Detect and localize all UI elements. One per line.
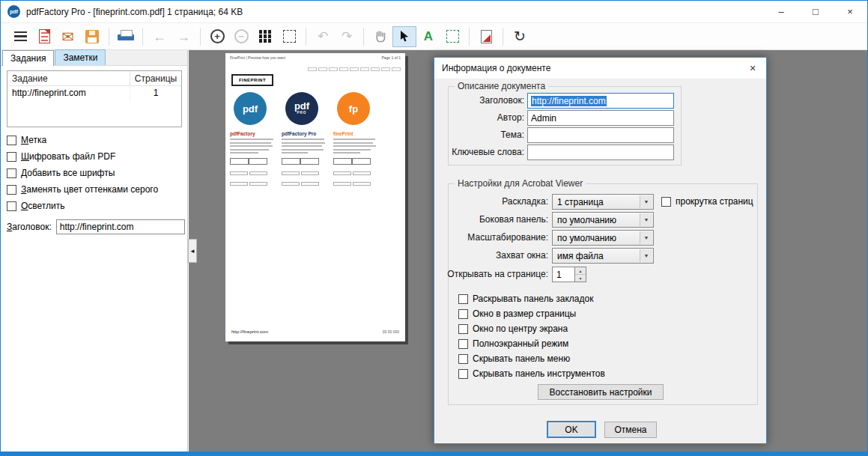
job-name-cell: http://fineprint.com — [7, 86, 130, 100]
center-window-checkbox[interactable]: Окно по центру экрана — [458, 323, 568, 335]
pdffactory-logo: pdf — [234, 92, 267, 125]
footer-number: 00 00 000 — [383, 329, 399, 334]
checkbox-icon — [458, 354, 468, 364]
select-tool-button[interactable] — [392, 26, 416, 47]
redo-icon: ↷ — [342, 30, 352, 43]
fullscreen-checkbox[interactable]: Полноэкранный режим — [458, 338, 568, 350]
text-tool-button[interactable]: A — [416, 26, 440, 47]
expand-bookmarks-checkbox[interactable]: Раскрывать панель закладок — [458, 293, 593, 305]
checkbox-label: Скрывать панель меню — [473, 353, 570, 364]
tab-jobs[interactable]: Задания — [2, 50, 54, 66]
side-panel-dropdown[interactable]: по умолчанию ▼ — [552, 212, 654, 228]
footer-url: http://fineprint.com — [231, 329, 268, 334]
doc-title-input[interactable]: http://fineprint.com — [527, 93, 674, 109]
toolbar-separator — [306, 28, 306, 46]
maximize-button[interactable]: □ — [798, 1, 833, 22]
checkbox-bookmark[interactable]: Метка — [7, 134, 46, 146]
save-button[interactable] — [80, 26, 104, 47]
window-controls: – □ × — [764, 1, 867, 22]
checkbox-icon — [458, 309, 468, 319]
description-group-title: Описание документа — [455, 81, 548, 91]
checkbox-lighten[interactable]: Осветлить — [7, 200, 65, 212]
checkbox-icon — [7, 201, 16, 211]
toolbar-separator — [503, 28, 503, 46]
selected-text: http://fineprint.com — [531, 96, 607, 106]
chevron-down-icon: ▼ — [640, 231, 652, 244]
marquee-tool-button[interactable] — [440, 26, 464, 47]
spin-up-icon[interactable]: ▲ — [575, 267, 586, 275]
field-label-keywords: Ключевые слова: — [440, 147, 524, 157]
placeholder-rows — [282, 168, 328, 189]
text-tool-icon: A — [424, 30, 433, 43]
menu-icon — [14, 29, 27, 44]
layout-value: 1 страница — [557, 197, 604, 207]
open-page-spinner[interactable]: 1 ▲ ▼ — [552, 267, 586, 282]
logo-text: pdf — [243, 104, 258, 114]
panel-collapse-handle[interactable]: ◄ — [188, 239, 197, 263]
hide-menubar-checkbox[interactable]: Скрывать панель меню — [458, 353, 570, 365]
zoom-in-button[interactable]: + — [205, 26, 229, 47]
checkbox-label: Скрывать панель инструментов — [473, 368, 605, 379]
ok-button[interactable]: OK — [547, 421, 596, 438]
forward-button[interactable]: → — [172, 26, 195, 47]
zoom-dropdown[interactable]: по умолчанию ▼ — [552, 230, 654, 246]
title-input[interactable] — [56, 219, 185, 234]
checkbox-label: Раскрывать панель закладок — [473, 294, 593, 304]
restore-settings-button[interactable]: Восстановить настройки — [538, 384, 664, 400]
page-nav-tabs — [270, 67, 401, 71]
fit-window-checkbox[interactable]: Окно в размер страницы — [458, 308, 576, 320]
jobs-table-header: Задание Страницы — [7, 71, 181, 86]
placeholder-text — [230, 139, 276, 153]
menu-button[interactable] — [8, 26, 32, 47]
preview-page[interactable]: FinePrint | Preview how you want Page 1 … — [225, 53, 405, 341]
window-capture-value: имя файла — [557, 251, 604, 261]
hand-tool-button[interactable] — [368, 26, 392, 47]
doc-author-input[interactable] — [527, 110, 674, 126]
minimize-button[interactable]: – — [764, 1, 798, 22]
checkbox-grayscale[interactable]: Заменять цвет оттенками серого — [7, 183, 158, 195]
email-button[interactable]: ✉ — [56, 26, 80, 47]
undo-button[interactable]: ↶ — [311, 26, 335, 47]
thumbnails-button[interactable] — [253, 26, 277, 47]
checkbox-embed-fonts[interactable]: Добавить все шрифты — [7, 167, 115, 179]
jobs-panel: Задания Заметки Задание Страницы http://… — [1, 50, 188, 452]
spin-down-icon[interactable]: ▼ — [575, 275, 586, 282]
refresh-button[interactable]: ↻ — [508, 26, 532, 47]
toolbar-separator — [363, 28, 364, 46]
hide-toolbar-checkbox[interactable]: Скрывать панель инструментов — [458, 368, 605, 380]
table-row[interactable]: http://fineprint.com 1 — [7, 86, 181, 100]
app-window: pdf pdfFactory Pro - [fineprint.com.pdf]… — [0, 0, 868, 456]
layout-label: Раскладка: — [440, 196, 548, 207]
zoom-out-button[interactable]: − — [229, 26, 253, 47]
chevron-down-icon: ▼ — [640, 249, 652, 262]
dialog-close-button[interactable]: × — [742, 60, 763, 76]
print-button[interactable] — [114, 26, 138, 47]
cancel-button[interactable]: Отмена — [604, 422, 657, 438]
placeholder-text — [282, 139, 328, 153]
column-header-job[interactable]: Задание — [7, 71, 130, 85]
column-header-pages[interactable]: Страницы — [130, 71, 181, 85]
fineprint-brand-box: FINEPRINT — [231, 74, 273, 86]
tab-notes[interactable]: Заметки — [55, 49, 106, 65]
placeholder-rows — [230, 168, 276, 189]
toolbar: ✉ ← → + − ↶ ↷ A ↻ — [1, 23, 867, 50]
redo-button[interactable]: ↷ — [335, 26, 359, 47]
pdf-document-button[interactable] — [32, 26, 56, 47]
page-print-footer: http://fineprint.com 00 00 000 — [231, 329, 399, 334]
scroll-pages-checkbox[interactable]: прокрутка страниц — [661, 195, 753, 207]
field-label-subject: Тема: — [440, 130, 524, 140]
close-button[interactable]: × — [833, 1, 867, 22]
layout-dropdown[interactable]: 1 страница ▼ — [552, 194, 654, 210]
toolbar-separator — [200, 28, 201, 46]
doc-subject-input[interactable] — [527, 127, 674, 143]
checkbox-encrypt-pdf[interactable]: Шифровать файл PDF — [7, 151, 115, 162]
mini-table — [282, 158, 328, 165]
window-capture-dropdown[interactable]: имя файла ▼ — [552, 248, 654, 264]
doc-keywords-input[interactable] — [527, 145, 674, 160]
field-label-author: Автор: — [440, 112, 524, 123]
undo-icon: ↶ — [318, 30, 328, 43]
edit-document-button[interactable] — [474, 26, 498, 47]
product-name: pdfFactory Pro — [282, 131, 328, 136]
back-button[interactable]: ← — [148, 26, 172, 47]
fit-page-button[interactable] — [277, 26, 301, 47]
